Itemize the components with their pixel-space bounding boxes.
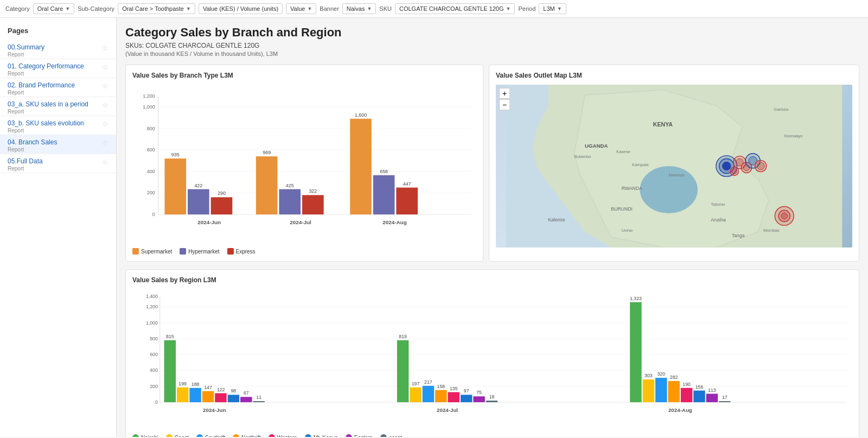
svg-rect-97 — [461, 395, 472, 402]
region-chart-title: Value Sales by Region L3M — [132, 276, 852, 284]
region-chart-legend: Nairobi Coast Southrift Northrift Wester… — [132, 434, 852, 437]
svg-text:447: 447 — [403, 181, 411, 187]
sku-dropdown[interactable]: COLGATE CHARCOAL GENTLE 120G ▼ — [395, 3, 515, 14]
tanga-label: Tanga — [732, 233, 745, 238]
legend-hypermarket: Hypermarket — [180, 248, 219, 255]
svg-text:282: 282 — [670, 374, 678, 380]
region-chart: Value Sales by Region L3M 0 200 400 600 … — [125, 269, 859, 437]
sidebar-star-2[interactable]: ☆ — [102, 82, 108, 90]
supermarket-color — [132, 248, 139, 255]
svg-text:800: 800 — [150, 336, 158, 341]
svg-rect-25 — [302, 195, 324, 214]
svg-point-40 — [723, 162, 731, 170]
svg-text:113: 113 — [708, 388, 716, 393]
period-arrow: ▼ — [557, 6, 562, 11]
svg-rect-70 — [164, 340, 176, 402]
banner-arrow: ▼ — [367, 6, 372, 11]
svg-rect-104 — [630, 302, 641, 402]
svg-text:1,323: 1,323 — [630, 296, 642, 301]
svg-text:600: 600 — [150, 352, 158, 357]
svg-rect-76 — [202, 391, 214, 402]
zoom-out-button[interactable]: − — [499, 99, 510, 110]
sidebar-item-name-1: 01. Category Performance — [8, 62, 102, 70]
value-dropdown[interactable]: Value ▼ — [286, 3, 316, 14]
uganda-label: UGANDA — [585, 143, 608, 149]
legend-eastern: Eastern — [346, 434, 373, 437]
map-container: KENYA UGANDA RWANDA BURUNDI Kalemie Arus… — [496, 85, 852, 247]
sidebar-item-name-5: 04. Branch Sales — [8, 138, 102, 146]
rwanda-label: RWANDA — [622, 186, 642, 191]
svg-rect-32 — [396, 188, 418, 215]
legend-coast: Coast — [166, 434, 189, 437]
banner-dropdown[interactable]: Naivas ▼ — [342, 3, 376, 14]
svg-text:200: 200 — [147, 190, 155, 195]
uvira-label: Uvira• — [622, 228, 633, 233]
map-chart-title: Value Sales Outlet Map L3M — [496, 72, 852, 79]
period-label: Period — [518, 5, 535, 12]
svg-text:122: 122 — [217, 387, 225, 392]
svg-text:0: 0 — [155, 399, 158, 405]
svg-text:188: 188 — [192, 382, 200, 387]
map-chart: Value Sales Outlet Map L3M KENYA — [489, 65, 859, 262]
sidebar-item-sub-2: Report — [8, 90, 102, 96]
butambo-label: Butambo — [575, 154, 591, 159]
sidebar-item-0[interactable]: 00.Summary Report ☆ — [0, 40, 116, 59]
svg-rect-106 — [643, 379, 654, 402]
legend-express: Express — [227, 248, 256, 255]
svg-text:11: 11 — [256, 395, 261, 400]
sidebar-star-4[interactable]: ☆ — [102, 120, 108, 128]
svg-rect-84 — [253, 401, 264, 402]
svg-rect-99 — [473, 396, 484, 402]
svg-rect-93 — [435, 390, 446, 402]
svg-text:303: 303 — [644, 373, 653, 378]
sidebar-star-3[interactable]: ☆ — [102, 101, 108, 109]
svg-text:422: 422 — [194, 183, 202, 188]
category-dropdown[interactable]: Oral Care ▼ — [33, 3, 75, 14]
sidebar-item-2[interactable]: 02. Brand Performance Report ☆ — [0, 78, 116, 97]
svg-text:320: 320 — [657, 371, 665, 377]
sidebar-star-6[interactable]: ☆ — [102, 158, 108, 166]
burundi-label: BURUNDI — [611, 206, 633, 212]
sidebar-item-6[interactable]: 05.Full Data Report ☆ — [0, 154, 116, 173]
zoom-in-button[interactable]: + — [499, 88, 510, 99]
garissa-label: Garissa — [774, 107, 788, 112]
svg-text:200: 200 — [150, 384, 158, 389]
svg-rect-14 — [164, 158, 186, 214]
sidebar-item-4[interactable]: 03_b. SKU sales evolution Report ☆ — [0, 116, 116, 135]
svg-text:322: 322 — [309, 188, 317, 194]
svg-text:0: 0 — [152, 212, 155, 217]
svg-point-46 — [732, 169, 737, 174]
svg-rect-89 — [410, 388, 421, 402]
sku-label: SKU — [379, 5, 392, 12]
svg-text:2024-Jun: 2024-Jun — [203, 407, 226, 413]
svg-text:1,200: 1,200 — [143, 93, 155, 99]
legend-northrift: Northrift — [233, 434, 261, 437]
svg-text:819: 819 — [399, 334, 407, 339]
svg-rect-21 — [256, 156, 278, 214]
sidebar-item-name-3: 03_a. SKU sales in a period — [8, 100, 102, 108]
top-charts-row: Value Sales by Branch Type L3M 0 200 400 — [125, 65, 859, 262]
svg-rect-74 — [189, 388, 201, 402]
sidebar-item-name-4: 03_b. SKU sales evolution — [8, 119, 102, 127]
svg-text:2024-Aug: 2024-Aug — [382, 219, 407, 225]
svg-rect-72 — [177, 388, 188, 402]
svg-text:97: 97 — [464, 388, 469, 393]
kalemie-label: Kalemie — [548, 217, 565, 223]
svg-rect-114 — [693, 391, 705, 402]
sidebar-item-5[interactable]: 04. Branch Sales Report ☆ — [0, 135, 116, 154]
sidebar-pages-title: Pages — [0, 24, 116, 40]
period-dropdown[interactable]: L3M ▼ — [539, 3, 566, 14]
svg-text:1,000: 1,000 — [146, 320, 158, 326]
sidebar-star-5[interactable]: ☆ — [102, 139, 108, 147]
value-volume-dropdown[interactable]: Value (KES) / Volume (units) — [199, 3, 283, 14]
svg-text:98: 98 — [231, 388, 236, 393]
sidebar-item-3[interactable]: 03_a. SKU sales in a period Report ☆ — [0, 97, 116, 116]
svg-text:2024-Aug: 2024-Aug — [668, 407, 692, 413]
page-note: (Value in thousand KES / Volume in thous… — [125, 50, 859, 57]
breadcrumb-dropdown[interactable]: Oral Care > Toothpaste ▼ — [118, 3, 195, 14]
sidebar-star-1[interactable]: ☆ — [102, 63, 108, 71]
hypermarket-color — [180, 248, 186, 255]
sidebar-item-1[interactable]: 01. Category Performance Report ☆ — [0, 59, 116, 78]
map-svg: KENYA UGANDA RWANDA BURUNDI Kalemie Arus… — [496, 85, 852, 247]
sidebar-star-0[interactable]: ☆ — [102, 44, 108, 52]
